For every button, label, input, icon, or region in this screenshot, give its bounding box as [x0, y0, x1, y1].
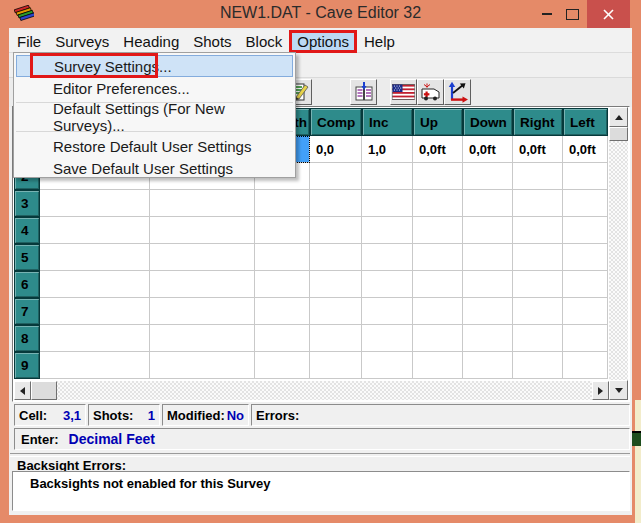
- grid-cell[interactable]: [255, 298, 310, 325]
- column-header-Inc[interactable]: Inc: [362, 108, 413, 136]
- row-header-7[interactable]: 7: [14, 298, 40, 325]
- row-header-5[interactable]: 5: [14, 244, 40, 271]
- grid-cell[interactable]: [40, 244, 150, 271]
- grid-cell[interactable]: [513, 190, 563, 217]
- grid-cell[interactable]: [563, 244, 608, 271]
- column-header-Left[interactable]: Left: [563, 108, 608, 136]
- grid-cell[interactable]: [310, 298, 362, 325]
- grid-cell[interactable]: [413, 325, 463, 352]
- grid-cell[interactable]: 0,0ft: [463, 136, 513, 163]
- menu-item-restore-default-user-settings[interactable]: Restore Default User Settings: [16, 135, 293, 157]
- menu-item-save-default-user-settings[interactable]: Save Default User Settings: [16, 157, 293, 179]
- grid-cell[interactable]: [255, 217, 310, 244]
- grid-cell[interactable]: [463, 217, 513, 244]
- row-header-9[interactable]: 9: [14, 352, 40, 379]
- grid-cell[interactable]: [563, 190, 608, 217]
- grid-cell[interactable]: [40, 298, 150, 325]
- column-header-Comp[interactable]: Comp: [310, 108, 362, 136]
- menu-surveys[interactable]: Surveys: [48, 31, 116, 52]
- column-header-Down[interactable]: Down: [463, 108, 513, 136]
- grid-cell[interactable]: 0,0ft: [413, 136, 463, 163]
- grid-cell[interactable]: [150, 298, 255, 325]
- grid-cell[interactable]: [150, 244, 255, 271]
- grid-cell[interactable]: [255, 244, 310, 271]
- grid-cell[interactable]: [310, 325, 362, 352]
- minimize-button[interactable]: [536, 0, 558, 28]
- grid-cell[interactable]: [463, 244, 513, 271]
- grid-cell[interactable]: 1,0: [362, 136, 413, 163]
- menu-item-default-settings[interactable]: Default Settings (For New Surveys)...: [16, 106, 293, 128]
- menu-options[interactable]: Options: [289, 30, 357, 53]
- grid-cell[interactable]: [413, 298, 463, 325]
- scroll-left-button[interactable]: [14, 381, 31, 400]
- grid-cell[interactable]: [513, 352, 563, 379]
- grid-cell[interactable]: [362, 217, 413, 244]
- grid-cell[interactable]: [362, 325, 413, 352]
- menu-item-survey-settings[interactable]: Survey Settings...: [16, 55, 293, 77]
- grid-cell[interactable]: [513, 163, 563, 190]
- scroll-right-button[interactable]: [592, 381, 609, 400]
- grid-cell[interactable]: [563, 271, 608, 298]
- grid-cell[interactable]: [255, 190, 310, 217]
- grid-cell[interactable]: [362, 163, 413, 190]
- row-header-8[interactable]: 8: [14, 325, 40, 352]
- column-header-Right[interactable]: Right: [513, 108, 563, 136]
- grid-cell[interactable]: [40, 217, 150, 244]
- scroll-down-button[interactable]: [609, 380, 628, 400]
- grid-cell[interactable]: 0,0: [310, 136, 362, 163]
- grid-cell[interactable]: [513, 217, 563, 244]
- grid-cell[interactable]: [463, 325, 513, 352]
- row-header-3[interactable]: 3: [14, 190, 40, 217]
- grid-cell[interactable]: [362, 298, 413, 325]
- grid-cell[interactable]: [362, 244, 413, 271]
- grid-cell[interactable]: [362, 190, 413, 217]
- scroll-up-button[interactable]: [609, 107, 628, 127]
- grid-cell[interactable]: [362, 271, 413, 298]
- vertical-scrollbar[interactable]: [609, 107, 628, 400]
- errors-button[interactable]: [417, 79, 444, 105]
- grid-cell[interactable]: [513, 244, 563, 271]
- grid-cell[interactable]: [463, 271, 513, 298]
- column-header-Up[interactable]: Up: [413, 108, 463, 136]
- grid-cell[interactable]: [563, 298, 608, 325]
- grid-cell[interactable]: [255, 352, 310, 379]
- grid-cell[interactable]: [413, 244, 463, 271]
- grid-cell[interactable]: [310, 244, 362, 271]
- grid-cell[interactable]: [40, 352, 150, 379]
- grid-cell[interactable]: [513, 298, 563, 325]
- grid-cell[interactable]: [413, 352, 463, 379]
- menu-block[interactable]: Block: [239, 31, 290, 52]
- grid-cell[interactable]: [150, 271, 255, 298]
- grid-cell[interactable]: [40, 190, 150, 217]
- horizontal-scroll-thumb[interactable]: [31, 381, 57, 400]
- maximize-button[interactable]: [561, 0, 583, 28]
- grid-cell[interactable]: [150, 190, 255, 217]
- menu-item-editor-preferences[interactable]: Editor Preferences...: [16, 77, 293, 99]
- row-header-6[interactable]: 6: [14, 271, 40, 298]
- grid-cell[interactable]: [463, 298, 513, 325]
- grid-cell[interactable]: [463, 190, 513, 217]
- grid-cell[interactable]: [463, 352, 513, 379]
- grid-cell[interactable]: [513, 325, 563, 352]
- menu-heading[interactable]: Heading: [116, 31, 186, 52]
- close-button[interactable]: [587, 0, 630, 28]
- grid-cell[interactable]: [150, 217, 255, 244]
- menu-shots[interactable]: Shots: [186, 31, 238, 52]
- vertical-scroll-thumb[interactable]: [609, 127, 628, 141]
- grid-cell[interactable]: [413, 163, 463, 190]
- grid-cell[interactable]: [413, 190, 463, 217]
- grid-cell[interactable]: [255, 271, 310, 298]
- grid-cell[interactable]: [255, 325, 310, 352]
- grid-cell[interactable]: [362, 352, 413, 379]
- grid-cell[interactable]: [150, 352, 255, 379]
- grid-cell[interactable]: [310, 190, 362, 217]
- grid-cell[interactable]: [310, 163, 362, 190]
- insert-shots-button[interactable]: [350, 79, 377, 105]
- grid-cell[interactable]: [413, 271, 463, 298]
- grid-cell[interactable]: 0,0ft: [563, 136, 608, 163]
- row-header-4[interactable]: 4: [14, 217, 40, 244]
- grid-cell[interactable]: [463, 163, 513, 190]
- grid-cell[interactable]: [513, 271, 563, 298]
- grid-cell[interactable]: 0,0ft: [513, 136, 563, 163]
- grid-cell[interactable]: [563, 325, 608, 352]
